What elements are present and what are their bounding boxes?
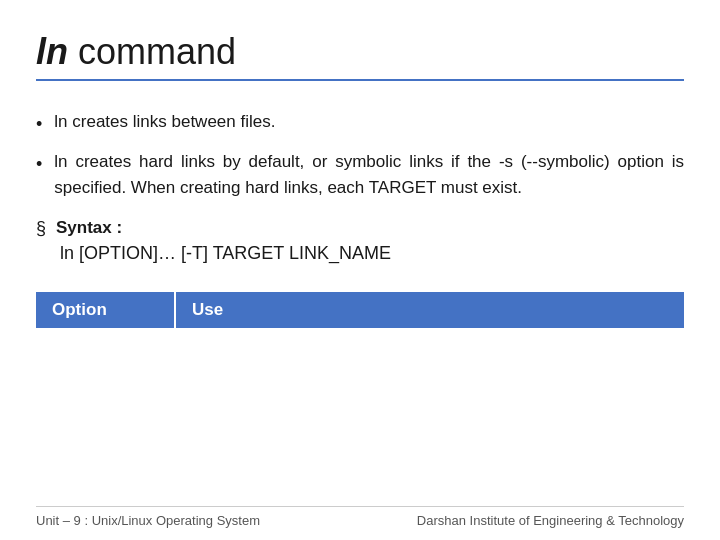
table-header-use: Use: [176, 292, 684, 328]
bullet-text-1: ln creates links between files.: [54, 109, 684, 135]
syntax-header: § Syntax :: [36, 218, 684, 239]
title-area: ln command: [36, 30, 684, 99]
title-rest: command: [68, 31, 236, 72]
footer-right: Darshan Institute of Engineering & Techn…: [417, 513, 684, 528]
bullet-dot-2: •: [36, 151, 42, 179]
table-header: Option Use: [36, 292, 684, 328]
footer: Unit – 9 : Unix/Linux Operating System D…: [36, 506, 684, 528]
bullet-item-1: • ln creates links between files.: [36, 109, 684, 139]
title-divider: [36, 79, 684, 81]
footer-left: Unit – 9 : Unix/Linux Operating System: [36, 513, 260, 528]
title-bold: ln: [36, 31, 68, 72]
bullet-dot-1: •: [36, 111, 42, 139]
table-header-option: Option: [36, 292, 176, 328]
syntax-section: § Syntax : ln [OPTION]… [-T] TARGET LINK…: [36, 218, 684, 264]
content-area: • ln creates links between files. • ln c…: [36, 109, 684, 520]
page-title: ln command: [36, 30, 684, 73]
syntax-label: Syntax :: [56, 218, 122, 238]
slide-container: ln command • ln creates links between fi…: [0, 0, 720, 540]
bullet-text-2: ln creates hard links by default, or sym…: [54, 149, 684, 202]
bullet-item-2: • ln creates hard links by default, or s…: [36, 149, 684, 202]
syntax-bullet-icon: §: [36, 218, 46, 239]
syntax-command: ln [OPTION]… [-T] TARGET LINK_NAME: [60, 243, 684, 264]
